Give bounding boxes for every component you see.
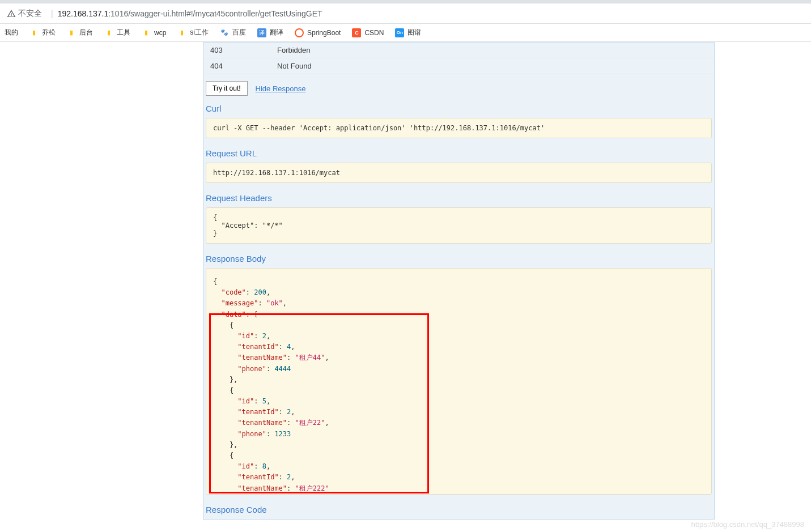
- request-headers-value[interactable]: { "Accept": "*/*" }: [206, 207, 712, 244]
- bookmark-baidu[interactable]: 🐾百度: [215, 25, 250, 40]
- response-codes-table: 403 Forbidden 404 Not Found: [203, 42, 714, 74]
- action-row: Try it out! Hide Response: [203, 79, 714, 101]
- response-desc-403: Forbidden: [277, 46, 311, 54]
- bookmark-springboot[interactable]: SpringBoot: [290, 26, 345, 40]
- table-row: 404 Not Found: [203, 58, 714, 74]
- curl-heading: Curl: [203, 101, 714, 118]
- url-path[interactable]: :1016/swagger-ui.html#!/mycat45controlle…: [108, 9, 322, 18]
- spring-icon: [295, 28, 304, 37]
- folder-icon: ▮: [142, 28, 151, 37]
- csdn-icon: C: [352, 28, 361, 37]
- folder-icon: ▮: [177, 28, 186, 37]
- on-icon: On: [395, 28, 404, 37]
- bookmark-csdn[interactable]: CCSDN: [347, 26, 388, 40]
- bookmark-tupu[interactable]: On图谱: [390, 25, 426, 40]
- response-code-heading: Response Code: [203, 503, 714, 519]
- try-it-out-button[interactable]: Try it out!: [206, 81, 248, 96]
- url-host[interactable]: 192.168.137.1: [58, 9, 109, 18]
- request-url-value[interactable]: http://192.168.137.1:1016/mycat: [206, 163, 712, 183]
- swagger-panel: 403 Forbidden 404 Not Found Try it out! …: [203, 42, 715, 520]
- baidu-icon: 🐾: [220, 28, 229, 37]
- hide-response-link[interactable]: Hide Response: [256, 84, 306, 93]
- response-code-404: 404: [203, 62, 277, 70]
- security-warning: 不安全: [7, 8, 42, 19]
- folder-icon: ▮: [104, 28, 113, 37]
- bookmark-gongju[interactable]: ▮工具: [100, 25, 135, 40]
- request-url-heading: Request URL: [203, 146, 714, 163]
- bookmark-wcp[interactable]: ▮wcp: [137, 26, 171, 40]
- bookmark-houtai[interactable]: ▮后台: [62, 25, 97, 40]
- response-code-403: 403: [203, 46, 277, 54]
- response-desc-404: Not Found: [277, 62, 312, 70]
- bookmark-qiaosong[interactable]: ▮乔松: [25, 25, 60, 40]
- translate-icon: 译: [257, 28, 266, 37]
- response-body-content[interactable]: { "code": 200, "message": "ok", "data": …: [206, 268, 712, 495]
- bookmark-mine[interactable]: 我的: [0, 25, 23, 40]
- curl-command[interactable]: curl -X GET --header 'Accept: applicatio…: [206, 118, 712, 138]
- divider: |: [51, 9, 53, 18]
- bookmark-fanyi[interactable]: 译翻译: [253, 25, 288, 40]
- bookmark-si[interactable]: ▮si工作: [173, 25, 213, 40]
- response-body-heading: Response Body: [203, 252, 714, 268]
- folder-icon: ▮: [29, 28, 39, 37]
- swagger-content: 403 Forbidden 404 Not Found Try it out! …: [0, 42, 811, 520]
- table-row: 403 Forbidden: [203, 42, 714, 58]
- warning-icon: [7, 9, 16, 18]
- folder-icon: ▮: [67, 28, 76, 37]
- address-bar: 不安全 | 192.168.137.1:1016/swagger-ui.html…: [0, 3, 811, 24]
- bookmarks-bar: 我的 ▮乔松 ▮后台 ▮工具 ▮wcp ▮si工作 🐾百度 译翻译 Spring…: [0, 24, 811, 42]
- request-headers-heading: Request Headers: [203, 191, 714, 207]
